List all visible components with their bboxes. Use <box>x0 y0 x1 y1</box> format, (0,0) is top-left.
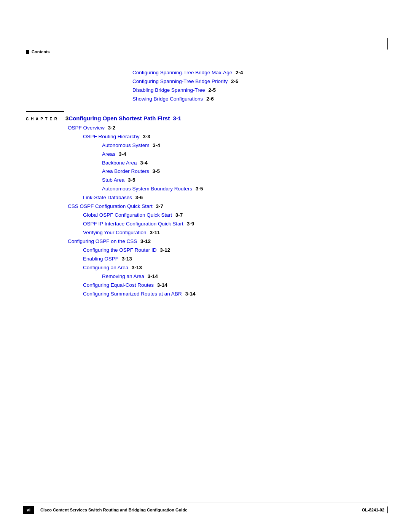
contents-label: Contents <box>32 50 50 54</box>
chapter-number: 3 <box>65 115 68 121</box>
list-item: Enabling OSPF 3-13 <box>83 255 385 264</box>
toc-page-num: 3-11 <box>148 228 160 237</box>
toc-link[interactable]: Configuring an Area <box>83 264 128 272</box>
list-item: Configuring OSPF on the CSS 3-12 <box>68 237 385 246</box>
toc-page-num: 2-5 <box>207 86 216 95</box>
list-item: CSS OSPF Configuration Quick Start 3-7 <box>68 202 385 211</box>
toc-link[interactable]: Disabling Bridge Spanning-Tree <box>132 86 205 95</box>
toc-list: OSPF Overview 3-2OSPF Routing Hierarchy … <box>26 124 385 299</box>
toc-link[interactable]: Verifying Your Configuration <box>83 228 147 237</box>
toc-page-num: 3-14 <box>184 290 196 299</box>
list-item: Configuring the OSPF Router ID 3-12 <box>83 246 385 255</box>
contents-square-icon <box>26 50 29 54</box>
toc-page-num: 2-5 <box>229 77 238 86</box>
toc-link[interactable]: Configuring Spanning-Tree Bridge Priorit… <box>132 77 228 86</box>
list-item: Verifying Your Configuration 3-11 <box>83 228 385 237</box>
toc-page-num: 3-14 <box>146 272 158 281</box>
toc-page-num: 3-4 <box>151 141 160 150</box>
toc-page-num: 3-14 <box>156 281 167 290</box>
toc-link[interactable]: Area Border Routers <box>102 167 149 176</box>
toc-link[interactable]: Autonomous System Boundary Routers <box>102 185 192 193</box>
footer-doc-title: Cisco Content Services Switch Routing an… <box>40 508 187 512</box>
toc-page-num: 3-7 <box>174 211 183 220</box>
list-item: Configuring Spanning-Tree Bridge Max-Age… <box>132 69 385 77</box>
list-item: Disabling Bridge Spanning-Tree 2-5 <box>132 86 385 95</box>
page-container: Contents Configuring Spanning-Tree Bridg… <box>0 0 411 532</box>
toc-page-num: 3-9 <box>185 220 194 228</box>
list-item: OSPF Overview 3-2 <box>68 124 385 133</box>
toc-link[interactable]: Autonomous System <box>102 141 150 150</box>
top-rule <box>23 46 388 46</box>
toc-link[interactable]: OSPF IP Interface Configuration Quick St… <box>83 220 183 228</box>
footer-content: vi Cisco Content Services Switch Routing… <box>23 503 388 517</box>
chapter-rule <box>26 111 64 112</box>
toc-page-num: 3-3 <box>142 133 150 141</box>
list-item: OSPF IP Interface Configuration Quick St… <box>83 220 385 228</box>
toc-link[interactable]: Configuring OSPF on the CSS <box>68 237 137 246</box>
list-item: Configuring Summarized Routes at an ABR … <box>83 290 385 299</box>
list-item: Autonomous System Boundary Routers 3-5 <box>102 185 385 193</box>
toc-link[interactable]: Configuring Spanning-Tree Bridge Max-Age <box>132 69 232 77</box>
list-item: Backbone Area 3-4 <box>102 159 385 168</box>
toc-link[interactable]: Showing Bridge Configurations <box>132 95 203 104</box>
list-item: Configuring Equal-Cost Routes 3-14 <box>83 281 385 290</box>
list-item: Areas 3-4 <box>102 150 385 159</box>
toc-link[interactable]: CSS OSPF Configuration Quick Start <box>68 202 153 211</box>
footer-right: OL-8241-02 <box>362 506 388 513</box>
footer: vi Cisco Content Services Switch Routing… <box>0 503 411 517</box>
toc-page-num: 3-5 <box>126 176 135 185</box>
list-item: Link-State Databases 3-6 <box>83 193 385 202</box>
toc-page-num: 3-5 <box>151 167 160 176</box>
chapter-page-num: 3-1 <box>171 115 181 121</box>
toc-page-num: 2-4 <box>234 69 243 77</box>
toc-link[interactable]: OSPF Routing Hierarchy <box>83 133 140 141</box>
chapter-label-area: C H A P T E R 3 <box>26 115 68 121</box>
toc-link[interactable]: Configuring the OSPF Router ID <box>83 246 157 255</box>
chapter-heading-block: C H A P T E R 3 Configuring Open Shortes… <box>26 111 385 121</box>
toc-link[interactable]: Backbone Area <box>102 159 137 168</box>
toc-link[interactable]: OSPF Overview <box>68 124 105 133</box>
toc-link[interactable]: Configuring Summarized Routes at an ABR <box>83 290 182 299</box>
list-item: Global OSPF Configuration Quick Start 3-… <box>83 211 385 220</box>
chapter-block: C H A P T E R 3 Configuring Open Shortes… <box>26 115 385 121</box>
toc-link[interactable]: Global OSPF Configuration Quick Start <box>83 211 172 220</box>
list-item: Removing an Area 3-14 <box>102 272 385 281</box>
toc-page-num: 3-4 <box>117 150 126 159</box>
toc-page-num: 3-12 <box>139 237 151 246</box>
footer-left: vi Cisco Content Services Switch Routing… <box>23 506 187 514</box>
chapter-title-link[interactable]: Configuring Open Shortest Path First 3-1 <box>68 115 181 121</box>
list-item: Area Border Routers 3-5 <box>102 167 385 176</box>
list-item: OSPF Routing Hierarchy 3-3 <box>83 133 385 141</box>
toc-page-num: 3-4 <box>139 159 148 168</box>
toc-page-num: 3-13 <box>130 264 142 272</box>
list-item: Configuring Spanning-Tree Bridge Priorit… <box>132 77 385 86</box>
contents-header: Contents <box>26 50 50 54</box>
toc-link[interactable]: Areas <box>102 150 115 159</box>
chapter-label: C H A P T E R <box>26 116 60 121</box>
toc-link[interactable]: Stub Area <box>102 176 124 185</box>
top-right-vline <box>387 38 388 50</box>
pre-chapter-entries: Configuring Spanning-Tree Bridge Max-Age… <box>26 69 385 104</box>
toc-link[interactable]: Enabling OSPF <box>83 255 118 264</box>
toc-page-num: 3-13 <box>120 255 132 264</box>
toc-page-num: 3-12 <box>159 246 170 255</box>
footer-page-box: vi <box>23 506 34 514</box>
toc-page-num: 3-2 <box>107 124 115 133</box>
list-item: Stub Area 3-5 <box>102 176 385 185</box>
toc-page-num: 2-6 <box>205 95 213 104</box>
list-item: Configuring an Area 3-13 <box>83 264 385 272</box>
toc-link[interactable]: Removing an Area <box>102 272 144 281</box>
chapter-title: Configuring Open Shortest Path First <box>68 115 170 121</box>
footer-vline <box>387 506 388 513</box>
toc-page-num: 3-7 <box>155 202 163 211</box>
list-item: Showing Bridge Configurations 2-6 <box>132 95 385 104</box>
list-item: Autonomous System 3-4 <box>102 141 385 150</box>
toc-page-num: 3-6 <box>134 193 143 202</box>
footer-page-label: vi <box>27 507 30 513</box>
chapter-title-area: Configuring Open Shortest Path First 3-1 <box>68 115 181 121</box>
toc-link[interactable]: Link-State Databases <box>83 193 132 202</box>
toc-link[interactable]: Configuring Equal-Cost Routes <box>83 281 154 290</box>
toc-page-num: 3-5 <box>194 185 203 193</box>
main-content: Configuring Spanning-Tree Bridge Max-Age… <box>26 69 385 299</box>
footer-doc-code: OL-8241-02 <box>362 508 384 512</box>
